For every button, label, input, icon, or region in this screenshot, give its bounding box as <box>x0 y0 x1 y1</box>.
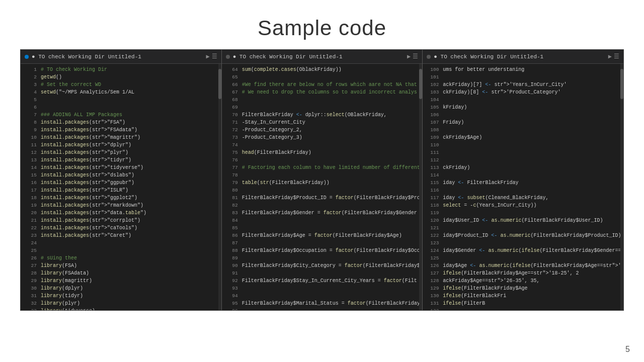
code-line: 75head(FilterBlackFriday) <box>222 149 423 156</box>
line-number: 74 <box>224 141 238 149</box>
line-code: install.packages(str">"dslabs") <box>41 171 219 179</box>
line-code <box>443 111 621 119</box>
line-code: # Set the correct WD <box>41 81 219 88</box>
line-number: 70 <box>224 111 238 119</box>
scrollbar-thumb[interactable] <box>620 69 623 99</box>
code-line: 74 <box>222 141 423 149</box>
scrollbar[interactable] <box>620 64 623 310</box>
line-number: 102 <box>425 81 439 88</box>
run-icon[interactable]: ▶ <box>608 53 612 60</box>
line-code <box>242 292 421 300</box>
code-line: 113ckFriday) <box>423 164 623 171</box>
code-line: 92FilterBlackFriday$Stay_In_Current_City… <box>222 277 423 285</box>
scrollbar-thumb[interactable] <box>218 69 221 99</box>
line-code <box>443 239 621 247</box>
panel-title-3: ● TO check Working Dir Untitled-1 <box>434 54 543 60</box>
code-line: 9install.packages(str">"FSAdata") <box>21 126 221 134</box>
line-code: # sUing thee <box>41 254 219 262</box>
panel-title-2: ● TO check Working Dir Untitled-1 <box>233 54 343 60</box>
line-code: FilterBlackFriday$Product_ID = factor(Fi… <box>242 194 421 202</box>
code-line: 121 <box>423 224 623 232</box>
line-code: library(tidyr) <box>41 292 219 300</box>
scrollbar[interactable] <box>419 64 422 310</box>
line-code: install.packages(str">"data.table") <box>41 209 219 217</box>
line-code <box>41 104 219 111</box>
code-line: 100ums for better understaning <box>423 66 623 73</box>
line-code: install.packages(str">"FSA") <box>41 119 219 126</box>
line-number: 93 <box>224 285 238 292</box>
code-line: 85 <box>222 224 423 232</box>
line-code: FilterBlackFriday$Stay_In_Current_City_Y… <box>242 277 421 285</box>
line-code <box>242 171 421 179</box>
code-line: 104 <box>423 96 623 104</box>
code-line: 3# Set the correct WD <box>21 81 221 88</box>
line-number: 20 <box>23 209 37 217</box>
code-line: 67# We need to drop the columns so to av… <box>222 88 423 96</box>
line-code <box>443 224 621 232</box>
line-number: 81 <box>224 194 238 202</box>
code-line: 89 <box>222 254 423 262</box>
line-code: ifelse(FilterBlackFri <box>443 292 621 300</box>
line-number: 82 <box>224 202 238 209</box>
line-number: 30 <box>23 285 37 292</box>
line-number: 107 <box>425 119 439 126</box>
line-number: 101 <box>425 73 439 81</box>
line-code <box>242 187 421 194</box>
line-number: 21 <box>23 217 37 224</box>
code-content-2: 64sum(complete.cases(OblackFriday))6566#… <box>222 64 423 310</box>
line-code: #We find there are below no of rows whic… <box>242 81 421 88</box>
code-line: 1# TO check Working Dir <box>21 66 221 73</box>
code-line: 105kFriday) <box>423 104 623 111</box>
panel-tab-dot <box>226 55 230 59</box>
line-number: 32 <box>23 300 37 307</box>
code-line: 84 <box>222 217 423 224</box>
line-number: 117 <box>425 194 439 202</box>
code-line: 88FilterBlackFriday$Occupation = factor(… <box>222 247 423 254</box>
menu-icon[interactable]: ☰ <box>413 53 418 60</box>
line-number: 131 <box>425 300 439 307</box>
menu-icon[interactable]: ☰ <box>212 53 217 60</box>
code-line: 72 -Product_Category_2, <box>222 126 423 134</box>
line-code <box>443 73 621 81</box>
line-number: 22 <box>23 224 37 232</box>
code-line: 115iday <- FilterBlackFriday <box>423 179 623 187</box>
code-line: 130 ifelse(FilterBlackFri <box>423 292 623 300</box>
line-number: 125 <box>425 254 439 262</box>
line-code: iday$User_ID <- as.numeric(FilterBlackFr… <box>443 217 621 224</box>
line-code <box>443 171 621 179</box>
line-code: -Stay_In_Current_City <box>242 119 421 126</box>
code-panel-1: ● TO check Working Dir Untitled-1▶☰1# TO… <box>21 50 222 310</box>
line-number: 129 <box>425 285 439 292</box>
line-code: FilterBlackFriday$City_Category = factor… <box>242 262 421 269</box>
line-number: 95 <box>224 300 238 307</box>
line-number: 76 <box>224 156 238 164</box>
line-code: # We need to drop the columns so to avoi… <box>242 88 421 96</box>
run-icon[interactable]: ▶ <box>206 53 209 60</box>
menu-icon[interactable]: ☰ <box>614 53 619 60</box>
line-number: 90 <box>224 262 238 269</box>
line-code <box>242 96 421 104</box>
line-code: library(magrittr) <box>41 277 219 285</box>
line-code: ckFriday$Age) <box>443 134 621 141</box>
code-line: 26# sUing thee <box>21 254 221 262</box>
code-line: 116 <box>423 187 623 194</box>
line-number: 118 <box>425 202 439 209</box>
code-line: 90FilterBlackFriday$City_Category = fact… <box>222 262 423 269</box>
line-code: ifelse(FilterBlackFriday$Age <box>443 285 621 292</box>
line-number: 27 <box>23 262 37 269</box>
line-code: install.packages(str">"rmarkdown") <box>41 202 219 209</box>
line-code <box>41 96 219 104</box>
scrollbar-thumb[interactable] <box>419 69 422 99</box>
line-number: 11 <box>23 141 37 149</box>
line-code: iday <- FilterBlackFriday <box>443 179 621 187</box>
run-icon[interactable]: ▶ <box>407 53 411 60</box>
code-line: 108 <box>423 126 623 134</box>
code-line: 14install.packages(str">"tidyverse") <box>21 164 221 171</box>
line-number: 110 <box>425 141 439 149</box>
line-number: 67 <box>224 88 238 96</box>
line-number: 104 <box>425 96 439 104</box>
line-code <box>443 141 621 149</box>
line-number: 132 <box>425 307 439 310</box>
scrollbar[interactable] <box>218 64 221 310</box>
code-line: 102ackFriday)[7] <- str">'Years_InCurr_C… <box>423 81 623 88</box>
